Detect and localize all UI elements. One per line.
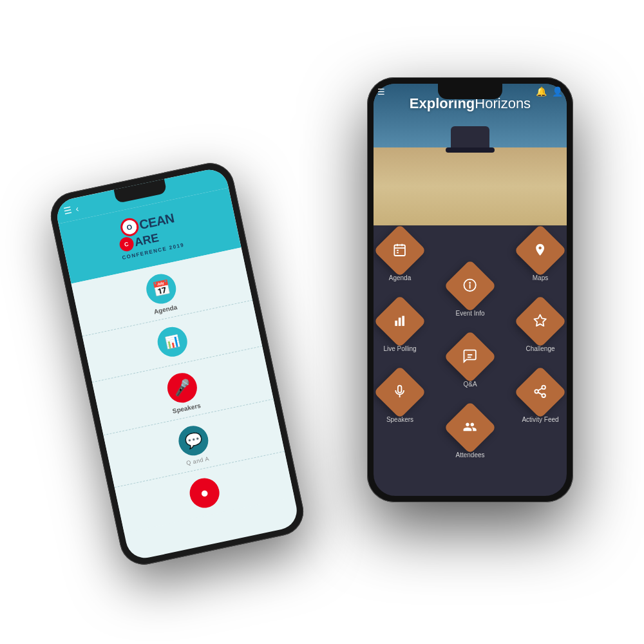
qa-tile-label: Q&A [463, 381, 477, 388]
speakers-diamond-icon [393, 384, 407, 401]
svg-line-19 [538, 388, 542, 390]
back-content: 📅 Agenda 📊 🎤 Speakers 💬 Q and A [71, 247, 294, 533]
live-polling-diamond-icon [393, 314, 407, 330]
svg-rect-11 [402, 316, 405, 326]
svg-line-18 [538, 392, 542, 395]
svg-rect-9 [395, 321, 398, 326]
tile-live-polling[interactable]: Live Polling [381, 303, 419, 352]
agenda-label: Agenda [153, 303, 178, 315]
speakers-tile-label: Speakers [386, 416, 413, 423]
activity-feed-tile-label: Activity Feed [522, 416, 558, 423]
tile-activity-feed[interactable]: Activity Feed [522, 374, 559, 423]
qa-label: Q and A [185, 455, 209, 466]
hamburger-menu-icon[interactable]: ☰ [377, 87, 385, 97]
scene: ☰ ‹ O CEAN C ARE CONFERENCE 2019 [58, 58, 586, 586]
challenge-tile-label: Challenge [526, 345, 554, 352]
hamburger-icon[interactable]: ☰ [63, 205, 73, 216]
tile-agenda[interactable]: Agenda [381, 232, 419, 281]
event-info-tile-label: Event Info [455, 310, 484, 317]
svg-point-17 [542, 393, 546, 397]
agenda-diamond-icon [393, 243, 407, 259]
speakers-icon-circle: 🎤 [165, 370, 200, 406]
back-phone: ☰ ‹ O CEAN C ARE CONFERENCE 2019 [46, 158, 308, 569]
app-grid: Agenda Maps [374, 225, 567, 468]
tile-challenge[interactable]: Challenge [522, 303, 559, 352]
front-notch [438, 84, 502, 99]
event-info-diamond-icon [463, 278, 477, 294]
svg-rect-10 [399, 317, 401, 326]
activity-feed-diamond-icon [533, 384, 547, 401]
agenda-tile-label: Agenda [389, 274, 411, 281]
maps-tile-label: Maps [533, 274, 548, 281]
hero-vehicle [451, 126, 489, 149]
logo-c: C [118, 236, 135, 252]
speakers-label: Speakers [172, 402, 202, 415]
chevron-icon[interactable]: ‹ [75, 204, 80, 214]
tile-qa[interactable]: Q&A [451, 338, 489, 388]
tile-event-info[interactable]: Event Info [451, 267, 489, 317]
front-phone: ☰ 🔔 👤 ExploringHorizons [367, 77, 573, 502]
hero-water [374, 147, 567, 225]
bell-icon[interactable]: 🔔 [536, 86, 547, 97]
qa-diamond-icon [463, 349, 477, 365]
qa-icon-circle: 💬 [176, 423, 211, 459]
tile-speakers[interactable]: Speakers [381, 374, 419, 423]
polling-icon-circle: 📊 [155, 324, 190, 359]
svg-rect-0 [395, 245, 406, 256]
ocean-care-logo: O CEAN C ARE CONFERENCE 2019 [115, 208, 185, 261]
challenge-diamond-icon [533, 314, 547, 330]
profile-icon[interactable]: 👤 [552, 86, 563, 97]
attendees-tile-label: Attendees [455, 451, 484, 459]
live-polling-tile-label: Live Polling [383, 345, 416, 352]
hero-section: ExploringHorizons [374, 84, 567, 225]
attendees-diamond-icon [463, 420, 477, 436]
tile-maps[interactable]: Maps [522, 232, 559, 281]
svg-point-15 [542, 385, 546, 389]
agenda-icon-circle: 📅 [144, 271, 179, 307]
maps-diamond-icon [533, 243, 547, 259]
tile-attendees[interactable]: Attendees [451, 409, 489, 459]
more-icon-circle: ● [187, 475, 222, 511]
